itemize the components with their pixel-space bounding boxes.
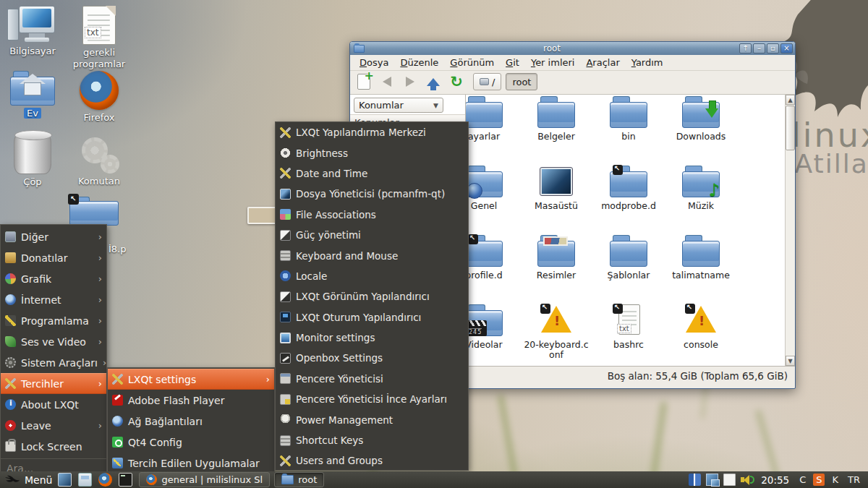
file-item[interactable]: txt ♪ talimatname [665, 235, 737, 281]
menu-item[interactable]: LXQt settings › [108, 369, 274, 390]
menu-item[interactable]: Ağ Bağlantıları › [108, 411, 274, 432]
back-button[interactable] [378, 73, 396, 90]
maximize-button[interactable]: ▫ [767, 43, 779, 53]
file-item[interactable]: txt ♪ console [665, 304, 737, 350]
tray-network-icon[interactable] [706, 474, 718, 486]
refresh-button[interactable]: ↻ [447, 73, 466, 90]
menu-item[interactable]: Users and Groups [276, 450, 468, 471]
task-button-browser[interactable]: general | milislinux Sl [139, 472, 270, 487]
menu-item[interactable]: Pencere Yöneticisi [276, 369, 468, 389]
menu-item[interactable]: File Associations [276, 205, 468, 225]
firefox-launcher-icon[interactable] [98, 473, 112, 487]
clock[interactable]: 20:55 [761, 474, 789, 486]
scroll-up-arrow[interactable]: ▲ [786, 95, 795, 105]
menu-item[interactable]: Tercihler › [1, 373, 106, 394]
file-item[interactable]: txt ♪ Belgeler [520, 96, 592, 142]
menu-item[interactable]: Date and Time [276, 163, 468, 184]
menu-item[interactable]: Ses ve Video › [1, 331, 106, 352]
file-item[interactable]: txt ♪ Genel [466, 166, 520, 211]
forward-button[interactable] [401, 73, 420, 90]
menu-button[interactable]: Menü [0, 471, 58, 488]
menu-item[interactable]: Tercih Edilen Uygulamalar › [108, 453, 274, 474]
menu-item[interactable]: İnternet › [1, 289, 106, 310]
menu-item[interactable]: LXQt Görünüm Yapılandırıcı [276, 286, 468, 307]
menu-item-icon [5, 420, 16, 431]
up-button[interactable] [424, 73, 443, 90]
places-combobox[interactable]: Konumlar▼ [354, 98, 443, 113]
menubar-item[interactable]: Görünüm [445, 56, 499, 69]
show-desktop-launcher-icon[interactable] [58, 473, 72, 487]
desktop-icon-komutan[interactable]: Komutan [63, 136, 135, 187]
menu-item[interactable]: Adobe Flash Player › [108, 390, 274, 411]
indicator-k[interactable]: K [830, 474, 841, 485]
menu-item[interactable]: Güç yönetimi [276, 225, 468, 245]
desktop-folder-icon-partial[interactable]: ↖ [69, 197, 119, 226]
menubar-item[interactable]: Araçlar [581, 56, 624, 69]
menu-item[interactable]: Keyboard and Mouse [276, 245, 468, 265]
file-item[interactable]: txt ♪ 20-keyboard.conf [520, 304, 592, 361]
menu-item[interactable]: Dosya Yöneticisi (pcmanfm-qt) [276, 184, 468, 204]
file-item[interactable]: txt ♪ bashrc [592, 304, 665, 350]
menu-item[interactable]: Grafik › [1, 268, 106, 289]
desktop-icon-firefox[interactable]: Firefox [63, 71, 135, 124]
file-item[interactable]: txt ♪ Müzik [665, 166, 737, 211]
new-tab-button[interactable] [354, 73, 373, 90]
menu-item[interactable]: Pencere Yöneticisi İnce Ayarları [276, 389, 468, 409]
menubar-item[interactable]: Dosya [354, 56, 393, 69]
menubar-item[interactable]: Düzenle [395, 56, 443, 69]
shade-button[interactable]: ↑ [739, 43, 752, 53]
tray-clipboard-icon[interactable] [723, 474, 736, 486]
menubar-item[interactable]: Yer imleri [526, 56, 580, 69]
path-root-button[interactable]: / [473, 73, 501, 90]
file-item[interactable]: txt ♪ modprobe.d [592, 166, 665, 211]
menubar-item[interactable]: Yardım [626, 56, 668, 69]
menu-item[interactable]: Lock Screen › [1, 436, 106, 457]
menu-item[interactable]: Programlama › [1, 310, 106, 331]
file-item[interactable]: txt ♪ bin [592, 96, 665, 142]
indicator-s[interactable]: S [813, 474, 825, 486]
window-titlebar[interactable]: root ↑ – ▫ × [350, 42, 795, 55]
scrollbar-thumb[interactable] [786, 106, 795, 150]
menu-item[interactable]: Shortcut Keys [276, 430, 468, 450]
desktop-icon-home[interactable]: Ev [0, 71, 67, 119]
file-name-label: Şablonlar [592, 270, 665, 281]
tray-volume-icon[interactable] [741, 474, 753, 486]
menu-item[interactable]: Donatılar › [1, 247, 106, 268]
file-manager-launcher-icon[interactable] [78, 473, 92, 487]
desktop-icon-computer[interactable]: Bilgisayar [0, 6, 67, 57]
menu-item[interactable]: Openbox Settings [276, 348, 468, 368]
menu-item[interactable]: Diğer › [1, 226, 106, 247]
vertical-scrollbar[interactable]: ▲ ▼ [785, 95, 795, 366]
scroll-down-arrow[interactable]: ▼ [786, 356, 795, 366]
file-item[interactable]: txt ♪ Downloads [665, 96, 737, 142]
terminal-launcher-icon[interactable] [119, 473, 132, 487]
minimize-button[interactable]: – [753, 43, 765, 53]
path-current-button[interactable]: root [506, 73, 537, 90]
task-button-root[interactable]: root [274, 472, 324, 487]
file-item[interactable]: txt ♪ Masaüstü [520, 166, 592, 211]
file-item[interactable]: txt ♪ ayarlar [466, 96, 520, 142]
menu-item[interactable]: LXQt Yapılandırma Merkezi [276, 122, 468, 142]
indicator-c[interactable]: C [797, 474, 808, 485]
close-button[interactable]: × [780, 43, 793, 53]
menu-item[interactable]: LXQt Oturum Yapılandırıcı [276, 307, 468, 328]
file-item[interactable]: txt ♪ profile.d [466, 235, 520, 281]
file-list-area[interactable]: txt ♪ ayarlar [466, 95, 795, 366]
desktop-icon-gerekli-programlar[interactable]: txt gerekli programlar [63, 6, 135, 71]
menu-item[interactable]: Qt4 Config › [108, 432, 274, 453]
menu-item[interactable]: Power Management [276, 409, 468, 429]
file-item[interactable]: txt ♪ Resimler [520, 235, 592, 281]
desktop-icon-trash[interactable]: Çöp [0, 132, 67, 188]
menu-item[interactable]: Locale [276, 266, 468, 286]
menu-item[interactable]: Leave › [1, 415, 106, 436]
menu-item[interactable]: About LXQt › [1, 394, 106, 415]
file-item[interactable]: txt ♪ Şablonlar [592, 235, 665, 281]
menubar-item[interactable]: Git [501, 56, 524, 69]
file-name-label: Downloads [665, 132, 737, 142]
menu-item[interactable]: Monitor settings [276, 328, 468, 348]
tray-files-icon[interactable] [689, 474, 701, 486]
menu-item[interactable]: Sistem Araçları › [1, 352, 106, 373]
keyboard-layout-indicator[interactable]: TR [846, 474, 862, 485]
menu-item[interactable]: Brightness [276, 142, 468, 163]
file-item[interactable]: txt ♪ Videolar [466, 304, 520, 350]
